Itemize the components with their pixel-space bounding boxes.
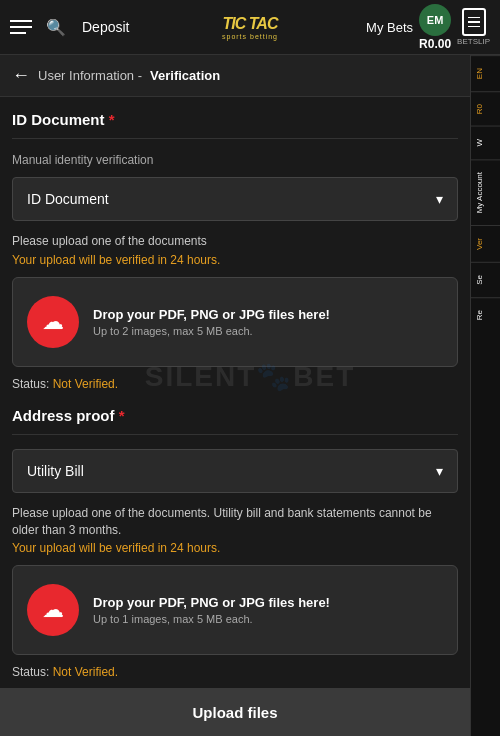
id-upload-info-2: Your upload will be verified in 24 hours…	[12, 253, 458, 267]
id-upload-info-1: Please upload one of the documents	[12, 233, 458, 250]
id-upload-box[interactable]: ☁ Drop your PDF, PNG or JPG files here! …	[12, 277, 458, 367]
sidebar-item-en[interactable]: EN	[471, 55, 500, 91]
right-sidebar: EN R0 W My Account Ver Se Re	[470, 55, 500, 736]
address-proof-heading: Address proof *	[12, 407, 458, 424]
betslip-button[interactable]: BETSLIP	[457, 8, 490, 46]
id-upload-icon-circle: ☁	[27, 296, 79, 348]
address-status: Status: Not Verified.	[12, 665, 458, 679]
sidebar-item-ver[interactable]: Ver	[471, 225, 500, 262]
address-upload-title: Drop your PDF, PNG or JPG files here!	[93, 595, 330, 610]
address-upload-subtitle: Up to 1 images, max 5 MB each.	[93, 613, 330, 625]
id-upload-title: Drop your PDF, PNG or JPG files here!	[93, 307, 330, 322]
id-upload-text-area: Drop your PDF, PNG or JPG files here! Up…	[93, 307, 330, 337]
logo-title: TIC TAC	[223, 15, 278, 33]
address-section-divider	[12, 434, 458, 435]
sidebar-item-re[interactable]: Re	[471, 297, 500, 332]
logo: TIC TAC sports betting	[215, 8, 285, 46]
id-dropdown-chevron-icon: ▾	[436, 191, 443, 207]
header-right: My Bets EM R0.00 BETSLIP	[366, 4, 490, 51]
id-status-label: Status:	[12, 377, 49, 391]
id-status: Status: Not Verified.	[12, 377, 458, 391]
sidebar-item-w[interactable]: W	[471, 126, 500, 159]
address-upload-text-area: Drop your PDF, PNG or JPG files here! Up…	[93, 595, 330, 625]
address-upload-icon-circle: ☁	[27, 584, 79, 636]
sidebar-item-r0[interactable]: R0	[471, 91, 500, 126]
sidebar-item-se[interactable]: Se	[471, 262, 500, 297]
main-content: ID Document * Manual identity verificati…	[0, 97, 470, 736]
betslip-icon	[462, 8, 486, 36]
address-upload-box[interactable]: ☁ Drop your PDF, PNG or JPG files here! …	[12, 565, 458, 655]
header-left: 🔍 Deposit	[10, 15, 137, 39]
address-dropdown-chevron-icon: ▾	[436, 463, 443, 479]
breadcrumb: ← User Information - Verification	[0, 55, 500, 97]
id-dropdown-label: ID Document	[27, 191, 109, 207]
address-proof-dropdown[interactable]: Utility Bill ▾	[12, 449, 458, 493]
betslip-label: BETSLIP	[457, 37, 490, 46]
address-required-star: *	[115, 407, 125, 424]
breadcrumb-page: Verification	[150, 68, 220, 83]
id-status-value: Not Verified.	[53, 377, 118, 391]
id-section-divider	[12, 138, 458, 139]
my-bets-button[interactable]: My Bets	[366, 20, 413, 35]
balance-display: R0.00	[419, 37, 451, 51]
address-cloud-upload-icon: ☁	[42, 597, 64, 623]
address-upload-info-1: Please upload one of the documents. Util…	[12, 505, 458, 539]
upload-files-button[interactable]: Upload files	[0, 688, 470, 736]
id-required-star: *	[105, 111, 115, 128]
id-cloud-upload-icon: ☁	[42, 309, 64, 335]
id-document-dropdown[interactable]: ID Document ▾	[12, 177, 458, 221]
deposit-button[interactable]: Deposit	[74, 15, 137, 39]
address-status-label: Status:	[12, 665, 49, 679]
sidebar-item-myaccount[interactable]: My Account	[471, 159, 500, 225]
address-upload-info-2: Your upload will be verified in 24 hours…	[12, 541, 458, 555]
id-upload-subtitle: Up to 2 images, max 5 MB each.	[93, 325, 330, 337]
id-document-heading: ID Document *	[12, 111, 458, 128]
logo-subtitle: sports betting	[222, 33, 278, 40]
header: 🔍 Deposit TIC TAC sports betting My Bets…	[0, 0, 500, 55]
avatar[interactable]: EM	[419, 4, 451, 36]
back-button[interactable]: ←	[12, 65, 30, 86]
breadcrumb-prefix: User Information -	[38, 68, 142, 83]
address-dropdown-label: Utility Bill	[27, 463, 84, 479]
search-icon[interactable]: 🔍	[46, 18, 66, 37]
address-status-value: Not Verified.	[53, 665, 118, 679]
id-sub-label: Manual identity verification	[12, 153, 458, 167]
hamburger-menu-icon[interactable]	[10, 20, 32, 34]
